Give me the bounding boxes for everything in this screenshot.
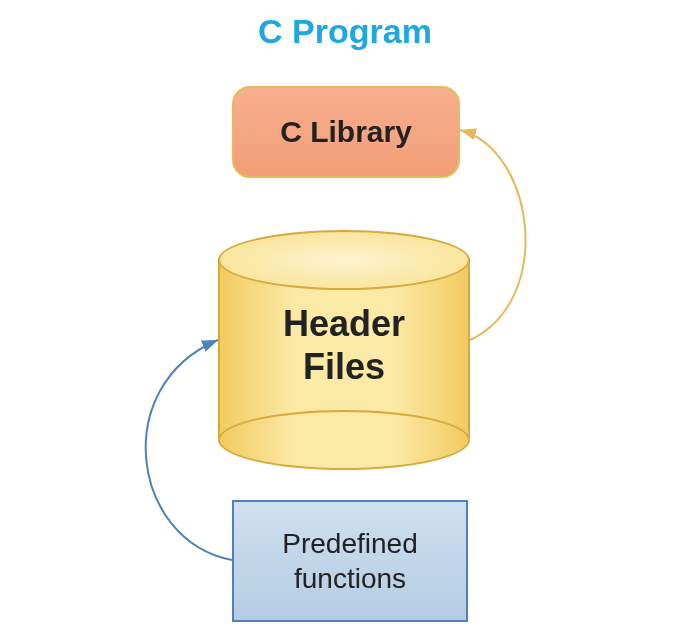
header-files-line2: Files bbox=[303, 346, 385, 387]
header-files-label: Header Files bbox=[218, 302, 470, 388]
library-node: C Library bbox=[232, 86, 460, 178]
header-files-node: Header Files bbox=[218, 230, 470, 460]
predefined-functions-node: Predefined functions bbox=[232, 500, 468, 622]
functions-line2: functions bbox=[294, 563, 406, 594]
cylinder-bottom bbox=[218, 410, 470, 470]
diagram-title: C Program bbox=[0, 12, 690, 51]
cylinder-top bbox=[218, 230, 470, 290]
header-files-line1: Header bbox=[283, 303, 405, 344]
functions-line1: Predefined bbox=[282, 528, 417, 559]
library-label: C Library bbox=[280, 115, 412, 149]
